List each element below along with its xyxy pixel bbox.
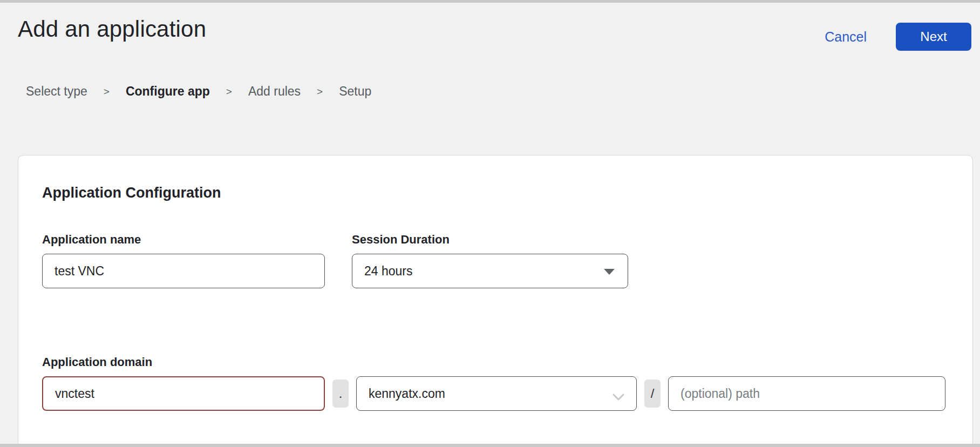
configuration-card: Application Configuration Application na… <box>18 155 973 447</box>
session-duration-select[interactable]: 24 hours <box>352 254 628 288</box>
application-name-field-group: Application name <box>42 233 325 288</box>
breadcrumb-separator: > <box>104 86 110 98</box>
domain-select-value: kennyatx.com <box>369 387 445 401</box>
session-duration-value: 24 hours <box>364 264 413 279</box>
session-duration-label: Session Duration <box>352 233 628 247</box>
breadcrumb-separator: > <box>226 86 232 98</box>
breadcrumb-step-configure-app[interactable]: Configure app <box>126 84 210 99</box>
cancel-button[interactable]: Cancel <box>825 29 867 45</box>
name-session-row: Application name Session Duration 24 hou… <box>42 233 949 288</box>
application-domain-row: Application domain . kennyatx.com / <box>42 355 949 411</box>
page-title: Add an application <box>18 16 206 42</box>
application-name-label: Application name <box>42 233 325 247</box>
subdomain-input[interactable] <box>42 376 325 411</box>
breadcrumb-step-select-type[interactable]: Select type <box>26 84 87 99</box>
section-title: Application Configuration <box>42 185 949 201</box>
breadcrumb-step-setup[interactable]: Setup <box>339 84 371 99</box>
next-button[interactable]: Next <box>896 23 971 51</box>
breadcrumb-separator: > <box>317 86 323 98</box>
breadcrumb-step-add-rules[interactable]: Add rules <box>248 84 301 99</box>
caret-down-icon <box>604 269 615 275</box>
domain-select[interactable]: kennyatx.com <box>356 376 637 411</box>
window-top-edge <box>0 0 980 3</box>
path-input[interactable] <box>668 376 945 411</box>
slash-separator: / <box>644 380 661 408</box>
header-actions: Cancel Next <box>825 23 971 51</box>
chevron-down-icon <box>612 390 624 404</box>
breadcrumb: Select type > Configure app > Add rules … <box>26 84 980 99</box>
session-duration-field-group: Session Duration 24 hours <box>352 233 628 288</box>
application-domain-label: Application domain <box>42 355 949 369</box>
dot-separator: . <box>332 380 349 408</box>
page-header: Add an application Cancel Next <box>0 0 980 51</box>
domain-compose: . kennyatx.com / <box>42 376 949 411</box>
application-name-input[interactable] <box>42 254 325 288</box>
window-bottom-edge <box>0 444 980 447</box>
